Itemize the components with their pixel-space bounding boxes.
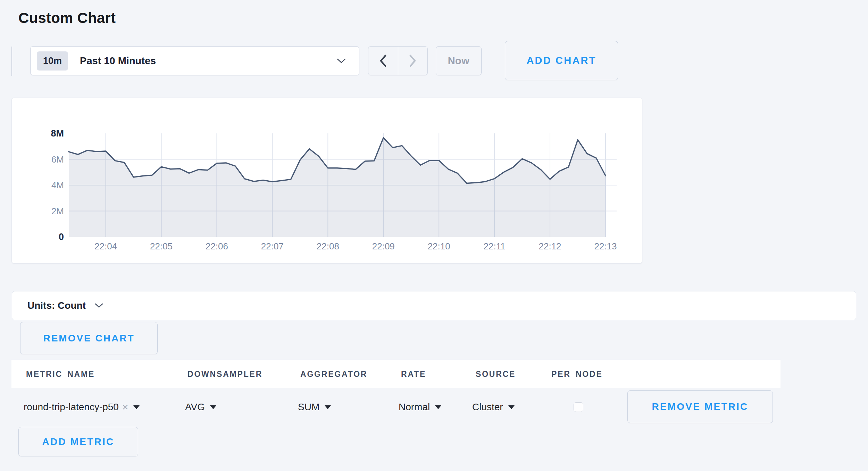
aggregator-select[interactable]: SUM — [298, 398, 331, 416]
time-forward-button[interactable] — [398, 47, 428, 75]
y-axis-tick-label: 4M — [51, 180, 64, 190]
custom-chart-svg[interactable]: 02M4M6M8M22:0422:0522:0622:0722:0822:092… — [12, 98, 642, 263]
chevron-down-icon — [337, 58, 346, 64]
downsampler-value: AVG — [185, 402, 205, 413]
x-axis-tick-label: 22:10 — [428, 241, 450, 251]
caret-down-icon — [508, 405, 515, 409]
add-chart-button-label: ADD CHART — [526, 55, 596, 66]
x-axis-tick-label: 22:04 — [94, 241, 117, 251]
custom-chart-page: Custom Chart 10m Past 10 Minutes Now ADD… — [0, 0, 868, 471]
y-axis-tick-label: 6M — [51, 154, 64, 165]
clear-metric-icon[interactable]: × — [122, 402, 128, 412]
time-range-label: Past 10 Minutes — [80, 55, 156, 67]
caret-down-icon — [435, 405, 441, 409]
remove-metric-button[interactable]: REMOVE METRIC — [627, 390, 773, 423]
toolbar-left-rule — [11, 47, 12, 76]
y-axis-tick-label: 2M — [51, 206, 64, 216]
chevron-right-icon — [409, 55, 417, 67]
chevron-left-icon — [379, 55, 387, 67]
chevron-down-icon — [95, 303, 103, 308]
x-axis-tick-label: 22:13 — [594, 241, 617, 251]
time-back-button[interactable] — [368, 47, 398, 75]
metric-name-select[interactable]: round-trip-latency-p50 × — [24, 398, 140, 416]
header-downsampler: DOWNSAMPLER — [187, 370, 262, 379]
header-metric-name: METRIC NAME — [26, 370, 95, 379]
time-range-badge: 10m — [37, 51, 68, 71]
metric-name-value: round-trip-latency-p50 — [24, 402, 119, 413]
x-axis-tick-label: 22:05 — [150, 241, 173, 251]
page-title: Custom Chart — [18, 10, 116, 26]
downsampler-select[interactable]: AVG — [185, 398, 216, 416]
rate-select[interactable]: Normal — [399, 398, 441, 416]
per-node-checkbox[interactable] — [574, 402, 583, 412]
x-axis-tick-label: 22:07 — [261, 241, 284, 251]
units-dropdown[interactable]: Units: Count — [12, 291, 856, 320]
caret-down-icon — [325, 405, 331, 409]
aggregator-value: SUM — [298, 402, 319, 413]
series-area-fill — [69, 138, 606, 237]
rate-value: Normal — [399, 402, 430, 413]
header-rate: RATE — [401, 370, 426, 379]
x-axis-tick-label: 22:06 — [206, 241, 228, 251]
caret-down-icon — [133, 405, 140, 409]
x-axis-tick-label: 22:12 — [539, 241, 561, 251]
add-metric-button-label: ADD METRIC — [42, 436, 115, 447]
remove-chart-button[interactable]: REMOVE CHART — [20, 322, 158, 354]
metrics-table-header: METRIC NAME DOWNSAMPLER AGGREGATOR RATE … — [11, 360, 781, 388]
header-aggregator: AGGREGATOR — [300, 370, 367, 379]
caret-down-icon — [210, 405, 216, 409]
remove-chart-button-label: REMOVE CHART — [43, 333, 134, 344]
now-button-label: Now — [448, 55, 470, 67]
y-axis-tick-label: 0 — [59, 232, 64, 242]
x-axis-tick-label: 22:11 — [484, 241, 506, 251]
time-nav-group — [368, 46, 428, 75]
units-dropdown-label: Units: Count — [27, 300, 86, 311]
y-axis-tick-label: 8M — [51, 128, 64, 139]
add-metric-button[interactable]: ADD METRIC — [18, 427, 138, 456]
add-chart-button[interactable]: ADD CHART — [505, 41, 618, 80]
header-source: SOURCE — [476, 370, 516, 379]
header-per-node: PER NODE — [551, 370, 603, 379]
remove-metric-button-label: REMOVE METRIC — [652, 401, 748, 412]
x-axis-tick-label: 22:09 — [372, 241, 395, 251]
x-axis-tick-label: 22:08 — [317, 241, 339, 251]
now-button[interactable]: Now — [436, 46, 482, 75]
time-range-selector[interactable]: 10m Past 10 Minutes — [30, 46, 359, 75]
chart-card: 02M4M6M8M22:0422:0522:0622:0722:0822:092… — [11, 98, 642, 264]
source-value: Cluster — [472, 402, 503, 413]
source-select[interactable]: Cluster — [472, 398, 515, 416]
